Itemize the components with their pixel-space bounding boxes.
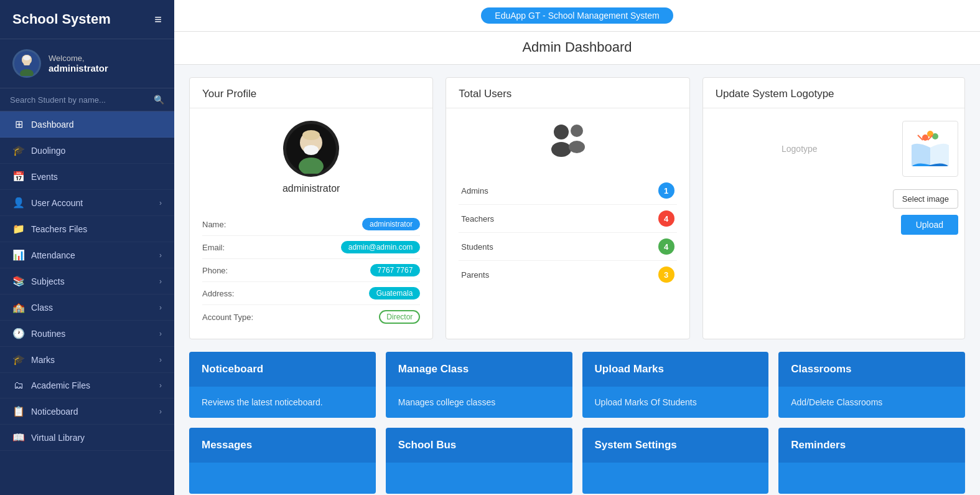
svg-point-9 (304, 145, 319, 155)
chevron-right-icon: › (159, 251, 162, 260)
tile-system-settings-header: System Settings (582, 428, 769, 463)
noticeboard-icon: 📋 (12, 405, 25, 417)
tile-classrooms[interactable]: Classrooms Add/Delete Classrooms (778, 352, 965, 418)
tile-upload-marks-header: Upload Marks (582, 352, 769, 387)
sidebar-item-dashboard[interactable]: ⊞ Dashboard (0, 111, 174, 138)
tile-reminders-header: Reminders (778, 428, 965, 463)
sidebar-item-virtual-library[interactable]: 📖 Virtual Library (0, 425, 174, 451)
users-group-icon (546, 121, 589, 158)
upload-button[interactable]: Upload (901, 215, 958, 235)
sidebar-item-class[interactable]: 🏫 Class › (0, 295, 174, 321)
sidebar-item-teachers-files[interactable]: 📁 Teachers Files (0, 216, 174, 242)
tile-upload-marks[interactable]: Upload Marks Upload Marks Of Students (582, 352, 769, 418)
routines-icon: 🕐 (12, 328, 25, 339)
subjects-icon: 📚 (12, 275, 25, 287)
tile-messages-header: Messages (189, 428, 376, 463)
users-count-teachers: 4 (658, 210, 674, 227)
hamburger-icon[interactable]: ≡ (154, 12, 162, 27)
chevron-right-icon: › (159, 356, 162, 364)
class-icon: 🏫 (12, 301, 25, 313)
tile-system-settings-body (582, 463, 769, 494)
sidebar-item-routines[interactable]: 🕐 Routines › (0, 321, 174, 347)
users-row-students: Students 4 (459, 233, 676, 261)
users-label-students: Students (461, 242, 493, 252)
chevron-right-icon: › (159, 277, 162, 286)
attendance-icon: 📊 (12, 249, 25, 261)
tile-school-bus-body (386, 463, 572, 494)
profile-avatar (283, 121, 339, 177)
profile-row-email: Email: admin@admin.com (202, 236, 420, 259)
tile-manage-class-body: Manages college classes (386, 387, 572, 418)
chevron-right-icon: › (159, 407, 162, 416)
svg-point-14 (569, 141, 585, 153)
tile-upload-marks-body: Upload Marks Of Students (582, 387, 769, 418)
svg-rect-4 (24, 63, 30, 65)
search-input[interactable] (10, 95, 154, 105)
tile-manage-class-header: Manage Class (386, 352, 572, 387)
sidebar-user-section: Welcome, administrator (0, 39, 174, 88)
tile-school-bus[interactable]: School Bus (386, 428, 572, 494)
sidebar-item-label: Routines (31, 329, 65, 339)
svg-point-12 (551, 142, 571, 157)
profile-value-phone: 7767 7767 (370, 264, 421, 276)
users-list: Admins 1 Teachers 4 Students 4 Parents 3 (446, 167, 689, 298)
sidebar-item-label: Noticeboard (31, 407, 78, 417)
sidebar-item-label: Virtual Library (31, 433, 85, 443)
sidebar-item-subjects[interactable]: 📚 Subjects › (0, 268, 174, 295)
sidebar-item-label: Duolingo (31, 146, 65, 156)
users-row-parents: Parents 3 (459, 261, 676, 288)
sidebar-item-user-account[interactable]: 👤 User Account › (0, 190, 174, 216)
sidebar-search-bar[interactable]: 🔍 (0, 88, 174, 111)
app-title: School System (12, 11, 111, 27)
profile-fields: Name: administrator Email: admin@admin.c… (190, 203, 432, 339)
profile-avatar-section: administrator (190, 108, 432, 203)
avatar (12, 49, 41, 78)
tile-classrooms-header: Classrooms (778, 352, 965, 387)
sidebar-item-events[interactable]: 📅 Events (0, 164, 174, 190)
main-content: EduApp GT - School Management System Adm… (174, 0, 980, 495)
tile-noticeboard[interactable]: Noticeboard Reviews the latest noticeboa… (189, 352, 376, 418)
profile-value-name: administrator (362, 218, 420, 230)
chevron-right-icon: › (159, 303, 162, 312)
tile-messages[interactable]: Messages (189, 428, 376, 494)
duolingo-icon: 🎓 (12, 144, 25, 156)
profile-label-phone: Phone: (202, 266, 228, 275)
total-users-card: Total Users Admins 1 Teachers (446, 77, 689, 339)
sidebar-item-attendance[interactable]: 📊 Attendance › (0, 242, 174, 268)
dashboard-content: Your Profile (174, 65, 980, 495)
logotype-actions: Select image Upload (703, 183, 964, 245)
svg-line-20 (918, 135, 923, 140)
sidebar-item-marks[interactable]: 🎓 Marks › (0, 347, 174, 373)
sidebar-item-duolingo[interactable]: 🎓 Duolingo (0, 138, 174, 164)
sidebar-username: administrator (49, 63, 108, 73)
sidebar-item-academic-files[interactable]: 🗂 Academic Files › (0, 373, 174, 398)
tile-reminders[interactable]: Reminders (778, 428, 965, 494)
chevron-right-icon: › (159, 199, 162, 207)
users-count-admins: 1 (658, 182, 674, 199)
total-users-title: Total Users (446, 78, 689, 108)
select-image-button[interactable]: Select image (893, 189, 958, 209)
users-label-parents: Parents (461, 270, 489, 280)
profile-value-account-type: Director (379, 310, 420, 324)
profile-table: Name: administrator Email: admin@admin.c… (202, 213, 420, 329)
tile-manage-class[interactable]: Manage Class Manages college classes (386, 352, 572, 418)
logotype-placeholder-label: Logotype (709, 144, 890, 154)
profile-value-email: admin@admin.com (341, 241, 421, 253)
logotype-card-title: Update System Logotype (703, 78, 964, 108)
events-icon: 📅 (12, 171, 25, 182)
profile-card: Your Profile (189, 77, 433, 339)
profile-label-address: Address: (202, 289, 234, 298)
welcome-label: Welcome, (49, 54, 108, 63)
sidebar-item-label: User Account (31, 198, 83, 208)
logotype-image (902, 121, 958, 177)
profile-row-address: Address: Guatemala (202, 282, 420, 305)
tile-reminders-body (778, 463, 965, 494)
teachers-files-icon: 📁 (12, 223, 25, 235)
sidebar-item-label: Academic Files (31, 380, 90, 390)
sidebar-item-label: Subjects (31, 276, 65, 286)
tile-system-settings[interactable]: System Settings (582, 428, 769, 494)
users-count-students: 4 (658, 238, 674, 255)
sidebar-item-noticeboard[interactable]: 📋 Noticeboard › (0, 398, 174, 425)
tile-noticeboard-body: Reviews the latest noticeboard. (189, 387, 376, 418)
tiles-row-2: Messages School Bus System Settings Remi… (189, 428, 965, 494)
